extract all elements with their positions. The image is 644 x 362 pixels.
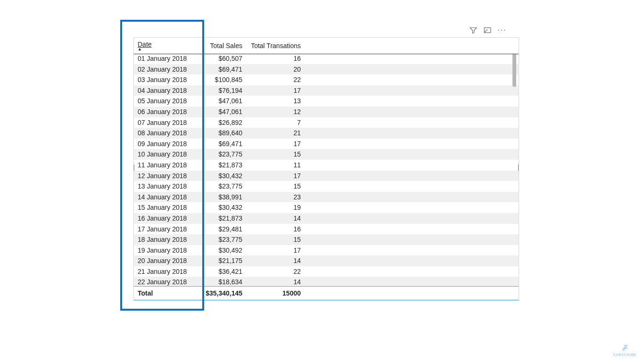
table-row[interactable]: 03 January 2018$100,84522 bbox=[134, 74, 519, 85]
cell-date: 01 January 2018 bbox=[134, 53, 199, 64]
table-row[interactable]: 04 January 2018$76,19417 bbox=[134, 85, 519, 96]
table-total-row: Total $35,340,145 15000 bbox=[134, 286, 519, 300]
table-row[interactable]: 14 January 2018$38,99123 bbox=[134, 192, 519, 203]
cell-total-sales: $26,892 bbox=[199, 117, 246, 128]
cell-date: 13 January 2018 bbox=[134, 181, 199, 192]
table-row[interactable]: 12 January 2018$30,43217 bbox=[134, 171, 519, 181]
column-header-date[interactable]: Date ▲ bbox=[134, 38, 199, 54]
total-transactions: 15000 bbox=[246, 287, 305, 300]
cell-date: 08 January 2018 bbox=[134, 128, 199, 139]
cell-date: 04 January 2018 bbox=[134, 85, 199, 96]
cell-total-transactions: 15 bbox=[246, 234, 305, 245]
table-row[interactable]: 05 January 2018$47,06113 bbox=[134, 96, 519, 107]
cell-total-sales: $30,492 bbox=[199, 245, 246, 256]
table-row[interactable]: 10 January 2018$23,77515 bbox=[134, 149, 519, 160]
subscribe-label: SUBSCRIBE bbox=[613, 353, 636, 356]
cell-total-sales: $21,175 bbox=[199, 255, 246, 266]
cell-total-transactions: 11 bbox=[246, 160, 305, 171]
cell-date: 20 January 2018 bbox=[134, 255, 199, 266]
vertical-scrollbar[interactable]: ˄ ˅ bbox=[512, 42, 517, 296]
table-visual[interactable]: Date ▲ Total Sales Total Transations 01 … bbox=[133, 37, 519, 301]
cell-total-transactions: 14 bbox=[246, 277, 305, 287]
cell-date: 03 January 2018 bbox=[134, 74, 199, 85]
table-row[interactable]: 22 January 2018$18,63414 bbox=[134, 277, 519, 287]
focus-mode-icon[interactable] bbox=[483, 26, 492, 34]
table-row[interactable]: 11 January 2018$21,87311 bbox=[134, 160, 519, 171]
table-row[interactable]: 01 January 2018$60,50716 bbox=[134, 53, 519, 64]
cell-date: 22 January 2018 bbox=[134, 277, 199, 287]
cell-total-transactions: 23 bbox=[246, 192, 305, 203]
table-header: Date ▲ Total Sales Total Transations bbox=[134, 38, 519, 54]
column-header-total-transactions[interactable]: Total Transations bbox=[246, 38, 305, 54]
table-row[interactable]: 08 January 2018$89,64021 bbox=[134, 128, 519, 139]
cell-total-transactions: 22 bbox=[246, 266, 305, 277]
cell-total-transactions: 14 bbox=[246, 255, 305, 266]
total-sales: $35,340,145 bbox=[199, 287, 246, 300]
table-row[interactable]: 17 January 2018$29,48116 bbox=[134, 224, 519, 235]
subscribe-watermark[interactable]: ⚕ SUBSCRIBE bbox=[613, 344, 636, 356]
cell-total-transactions: 17 bbox=[246, 171, 305, 181]
column-header-label: Total Sales bbox=[203, 42, 242, 49]
cell-total-transactions: 14 bbox=[246, 213, 305, 224]
filter-icon[interactable] bbox=[469, 26, 478, 34]
cell-total-sales: $69,471 bbox=[199, 139, 246, 149]
cell-date: 06 January 2018 bbox=[134, 107, 199, 117]
table-row[interactable]: 06 January 2018$47,06112 bbox=[134, 107, 519, 117]
cell-total-sales: $89,640 bbox=[199, 128, 246, 139]
cell-total-transactions: 7 bbox=[246, 117, 305, 128]
cell-date: 15 January 2018 bbox=[134, 202, 199, 213]
cell-total-sales: $18,634 bbox=[199, 277, 246, 287]
column-header-label: Total Transations bbox=[250, 42, 301, 49]
cell-total-sales: $21,873 bbox=[199, 160, 246, 171]
cell-total-sales: $21,873 bbox=[199, 213, 246, 224]
column-header-total-sales[interactable]: Total Sales bbox=[199, 38, 246, 54]
cell-date: 11 January 2018 bbox=[134, 160, 199, 171]
cell-total-sales: $30,432 bbox=[199, 171, 246, 181]
cell-date: 14 January 2018 bbox=[134, 192, 199, 203]
cell-total-sales: $47,061 bbox=[199, 107, 246, 117]
table-row[interactable]: 15 January 2018$30,43219 bbox=[134, 202, 519, 213]
cell-date: 09 January 2018 bbox=[134, 139, 199, 149]
cell-date: 10 January 2018 bbox=[134, 149, 199, 160]
cell-date: 02 January 2018 bbox=[134, 64, 199, 75]
sort-ascending-icon: ▲ bbox=[138, 47, 195, 51]
cell-total-transactions: 15 bbox=[246, 181, 305, 192]
table-row[interactable]: 09 January 2018$69,47117 bbox=[134, 139, 519, 149]
cell-date: 19 January 2018 bbox=[134, 245, 199, 256]
cell-total-sales: $100,845 bbox=[199, 74, 246, 85]
cell-total-sales: $36,421 bbox=[199, 266, 246, 277]
table-row[interactable]: 02 January 2018$69,47120 bbox=[134, 64, 519, 75]
cell-date: 12 January 2018 bbox=[134, 171, 199, 181]
cell-total-transactions: 15 bbox=[246, 149, 305, 160]
cell-date: 17 January 2018 bbox=[134, 224, 199, 235]
table-row[interactable]: 21 January 2018$36,42122 bbox=[134, 266, 519, 277]
more-options-icon[interactable]: ··· bbox=[497, 26, 506, 34]
table-row[interactable]: 20 January 2018$21,17514 bbox=[134, 255, 519, 266]
cell-total-transactions: 19 bbox=[246, 202, 305, 213]
table-row[interactable]: 07 January 2018$26,8927 bbox=[134, 117, 519, 128]
cell-total-transactions: 16 bbox=[246, 53, 305, 64]
scroll-thumb[interactable] bbox=[512, 49, 516, 87]
cell-total-transactions: 13 bbox=[246, 96, 305, 107]
table-row[interactable]: 13 January 2018$23,77515 bbox=[134, 181, 519, 192]
dna-icon: ⚕ bbox=[619, 343, 630, 354]
table-row[interactable]: 16 January 2018$21,87314 bbox=[134, 213, 519, 224]
total-label: Total bbox=[134, 287, 199, 300]
cell-total-sales: $47,061 bbox=[199, 96, 246, 107]
cell-total-sales: $30,432 bbox=[199, 202, 246, 213]
cell-total-sales: $69,471 bbox=[199, 64, 246, 75]
cell-total-transactions: 17 bbox=[246, 85, 305, 96]
cell-total-transactions: 17 bbox=[246, 139, 305, 149]
cell-total-transactions: 21 bbox=[246, 128, 305, 139]
table-row[interactable]: 19 January 2018$30,49217 bbox=[134, 245, 519, 256]
cell-total-transactions: 22 bbox=[246, 74, 305, 85]
cell-total-sales: $76,194 bbox=[199, 85, 246, 96]
cell-total-transactions: 12 bbox=[246, 107, 305, 117]
cell-total-sales: $23,775 bbox=[199, 181, 246, 192]
cell-total-transactions: 20 bbox=[246, 64, 305, 75]
cell-total-transactions: 16 bbox=[246, 224, 305, 235]
table-body[interactable]: 01 January 2018$60,5071602 January 2018$… bbox=[134, 53, 519, 287]
cell-total-sales: $23,775 bbox=[199, 234, 246, 245]
table-row[interactable]: 18 January 2018$23,77515 bbox=[134, 234, 519, 245]
cell-date: 16 January 2018 bbox=[134, 213, 199, 224]
